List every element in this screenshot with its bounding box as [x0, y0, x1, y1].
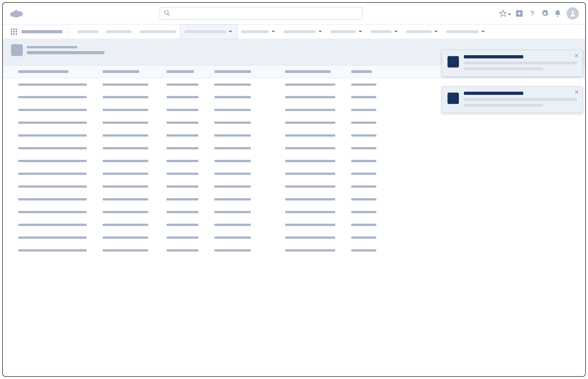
cell	[214, 211, 251, 213]
cell	[351, 109, 376, 111]
svg-point-16	[13, 31, 15, 33]
cell	[166, 83, 198, 86]
cell	[103, 147, 148, 149]
cell	[351, 224, 376, 226]
table-row[interactable]	[3, 116, 585, 129]
table-row[interactable]	[3, 206, 585, 219]
cell	[214, 147, 251, 149]
nav-item-0[interactable]	[73, 25, 102, 39]
cell	[103, 122, 148, 124]
cell	[285, 249, 335, 252]
col-header[interactable]	[351, 70, 372, 73]
bell-icon[interactable]	[554, 10, 562, 17]
cell	[285, 109, 335, 111]
cell	[214, 109, 251, 111]
cell	[103, 173, 148, 175]
cell	[351, 237, 376, 239]
nav-item-label	[241, 30, 269, 33]
cell	[18, 160, 87, 162]
cell	[285, 160, 335, 162]
table-row[interactable]	[3, 155, 585, 167]
svg-point-17	[16, 31, 17, 33]
svg-point-3	[14, 13, 19, 17]
close-icon[interactable]	[573, 89, 580, 95]
global-search-input[interactable]	[173, 10, 359, 17]
col-header[interactable]	[166, 70, 194, 73]
nav-item-2[interactable]	[135, 25, 180, 39]
cell	[351, 160, 376, 162]
cell	[285, 185, 335, 188]
global-search[interactable]	[160, 7, 363, 20]
cell	[214, 83, 251, 86]
cell	[285, 198, 335, 200]
star-icon	[499, 10, 507, 17]
cell	[351, 147, 376, 149]
list-view-name[interactable]	[27, 51, 104, 54]
chevron-down-icon	[434, 29, 438, 34]
cell	[18, 237, 87, 239]
chevron-down-icon	[318, 29, 322, 34]
nav-item-5[interactable]	[280, 25, 327, 39]
svg-point-12	[11, 29, 12, 30]
chevron-down-icon	[228, 29, 233, 34]
close-icon[interactable]	[573, 52, 580, 59]
col-header[interactable]	[103, 70, 139, 73]
user-avatar[interactable]	[567, 7, 579, 20]
col-header[interactable]	[18, 70, 68, 73]
table-row[interactable]	[3, 142, 585, 155]
col-header[interactable]	[214, 70, 251, 73]
nav-item-7[interactable]	[367, 25, 402, 39]
table-row[interactable]	[3, 193, 585, 206]
svg-point-18	[11, 33, 12, 35]
cell	[351, 173, 376, 175]
help-icon[interactable]	[528, 10, 536, 17]
app-launcher-icon[interactable]	[9, 25, 19, 39]
toast-icon	[447, 56, 459, 67]
cell	[18, 211, 87, 213]
table-row[interactable]	[3, 219, 585, 231]
table-row[interactable]	[3, 244, 585, 257]
cell	[18, 122, 87, 124]
cell	[103, 224, 148, 226]
nav-item-4[interactable]	[237, 25, 280, 39]
cell	[214, 224, 251, 226]
svg-point-19	[13, 33, 15, 35]
table-row[interactable]	[3, 231, 585, 244]
header-actions	[499, 7, 579, 20]
cell	[214, 160, 251, 162]
table-row[interactable]	[3, 180, 585, 193]
cell	[166, 237, 198, 239]
nav-item-9[interactable]	[443, 25, 490, 39]
add-icon[interactable]	[515, 10, 523, 17]
cell	[351, 96, 376, 98]
gear-icon[interactable]	[541, 10, 549, 17]
table-row[interactable]	[3, 129, 585, 142]
cell	[166, 134, 198, 137]
svg-point-14	[16, 29, 17, 30]
cell	[166, 160, 198, 162]
cell	[214, 134, 251, 137]
global-header	[3, 3, 585, 25]
favorites-button[interactable]	[499, 10, 510, 17]
nav-item-label	[185, 30, 226, 33]
nav-item-1[interactable]	[102, 25, 135, 39]
cell	[351, 122, 376, 124]
cell	[18, 249, 87, 252]
nav-item-label	[106, 30, 131, 33]
cell	[166, 173, 198, 175]
col-header[interactable]	[285, 70, 331, 73]
toast-line	[464, 104, 543, 107]
cell	[103, 249, 148, 252]
cell	[351, 185, 376, 188]
chevron-down-icon	[507, 12, 510, 15]
cell	[103, 96, 148, 98]
nav-item-6[interactable]	[327, 25, 367, 39]
cell	[285, 224, 335, 226]
cell	[351, 134, 376, 137]
cell	[166, 147, 198, 149]
nav-item-3[interactable]	[180, 25, 237, 39]
table-row[interactable]	[3, 167, 585, 180]
object-label	[27, 46, 77, 48]
cell	[103, 109, 148, 111]
nav-item-8[interactable]	[402, 25, 443, 39]
